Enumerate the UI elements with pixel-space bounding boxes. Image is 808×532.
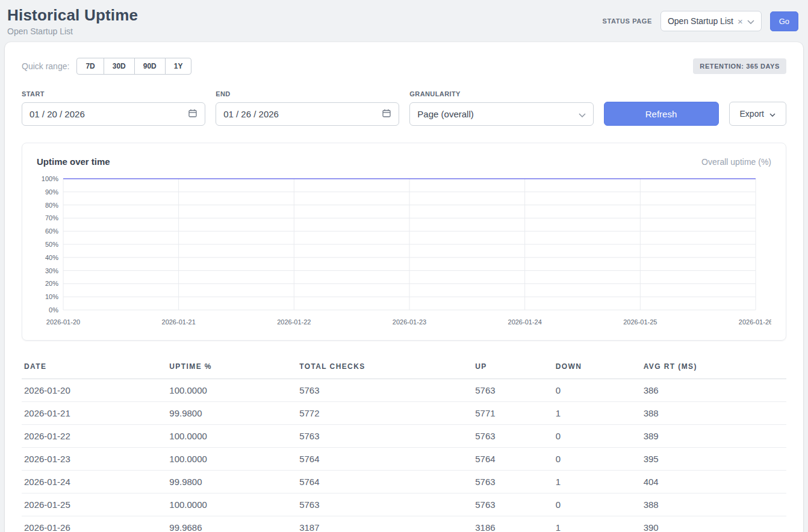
y-axis-tick-label: 10% [45,293,58,300]
x-axis-tick-label: 2026-01-22 [277,318,311,326]
chevron-down-icon [747,16,754,26]
table-row: 2026-01-2699.9686318731861390 [22,516,786,532]
granularity-select[interactable]: Page (overall) [409,102,593,126]
clear-icon[interactable]: × [738,17,743,26]
quick-range-90d-button[interactable]: 90D [134,58,166,75]
y-axis-tick-label: 90% [45,188,58,196]
table-cell: 388 [641,493,786,516]
column-header: UPTIME % [167,356,297,379]
start-date-value: 01 / 20 / 2026 [30,109,85,119]
y-axis-tick-label: 20% [45,280,58,287]
x-axis-tick-label: 2026-01-24 [508,318,542,326]
table-cell: 99.9686 [167,516,297,532]
quick-range-label: Quick range: [22,61,69,71]
table-cell: 1 [553,471,641,493]
calendar-icon[interactable] [188,108,197,120]
chevron-down-icon [579,109,586,119]
table-cell: 5771 [473,402,553,425]
table-cell: 5763 [473,425,553,448]
y-axis-tick-label: 60% [45,227,58,235]
quick-range-1y-button[interactable]: 1Y [165,58,192,75]
x-axis-tick-label: 2026-01-20 [46,318,80,326]
table-cell: 0 [553,493,641,516]
column-header: DOWN [553,356,641,379]
end-date-field: END 01 / 26 / 2026 [216,90,399,126]
table-cell: 5763 [473,493,553,516]
table-cell: 5763 [297,379,473,402]
granularity-label: GRANULARITY [409,90,593,97]
table-row: 2026-01-25100.0000576357630388 [22,493,786,516]
quick-range-group: 7D30D90D1Y [76,58,191,75]
table-cell: 5763 [297,425,473,448]
quick-range-row: Quick range: 7D30D90D1Y RETENTION: 365 D… [22,58,786,75]
go-button[interactable]: Go [770,11,798,31]
table-cell: 386 [641,379,786,402]
chart-header: Uptime over time Overall uptime (%) [37,156,771,167]
table-row: 2026-01-20100.0000576357630386 [22,379,786,402]
page-title: Historical Uptime [7,6,138,25]
table-row: 2026-01-23100.0000576457640395 [22,448,786,471]
x-axis-tick-label: 2026-01-23 [393,318,426,326]
table-cell: 1 [553,516,641,532]
x-axis-tick-label: 2026-01-25 [623,318,657,326]
table-cell: 2026-01-20 [22,379,167,402]
chevron-down-icon [769,109,775,119]
start-date-input[interactable]: 01 / 20 / 2026 [22,102,205,126]
table-row: 2026-01-2499.9800576457631404 [22,471,786,493]
calendar-icon[interactable] [382,108,391,120]
granularity-field: GRANULARITY Page (overall) [409,90,593,126]
table-cell: 5763 [473,379,553,402]
table-cell: 0 [553,379,641,402]
column-header: AVG RT (MS) [641,356,786,379]
table-row: 2026-01-22100.0000576357630389 [22,425,786,448]
export-button[interactable]: Export [729,102,786,126]
table-cell: 5764 [297,448,473,471]
table-cell: 3187 [297,516,473,532]
status-page-select[interactable]: Open Startup List × [660,11,762,31]
retention-badge: RETENTION: 365 DAYS [693,58,786,74]
end-date-value: 01 / 26 / 2026 [223,109,279,119]
table-cell: 395 [641,448,786,471]
refresh-button[interactable]: Refresh [604,102,719,126]
column-header: UP [473,356,553,379]
granularity-selected-value: Page (overall) [417,109,473,119]
table-cell: 390 [641,516,786,532]
uptime-chart-card: Uptime over time Overall uptime (%) 0%10… [22,143,786,341]
y-axis-tick-label: 40% [45,254,58,261]
start-date-field: START 01 / 20 / 2026 [22,90,205,126]
table-cell: 0 [553,448,641,471]
table-cell: 100.0000 [167,379,297,402]
y-axis-tick-label: 80% [45,202,58,209]
uptime-line-chart: 0%10%20%30%40%50%60%70%80%90%100%2026-01… [37,175,771,333]
column-header: TOTAL CHECKS [297,356,473,379]
y-axis-tick-label: 50% [45,241,58,248]
table-header-row: DATEUPTIME %TOTAL CHECKSUPDOWNAVG RT (MS… [22,356,786,379]
uptime-table: DATEUPTIME %TOTAL CHECKSUPDOWNAVG RT (MS… [22,356,786,532]
table-cell: 100.0000 [167,425,297,448]
table-cell: 5772 [297,402,473,425]
y-axis-tick-label: 100% [42,175,58,182]
table-cell: 100.0000 [167,448,297,471]
table-cell: 404 [641,471,786,493]
table-cell: 3186 [473,516,553,532]
end-date-label: END [216,90,399,97]
title-block: Historical Uptime Open Startup List [7,6,138,36]
table-cell: 2026-01-23 [22,448,167,471]
table-row: 2026-01-2199.9800577257711388 [22,402,786,425]
quick-range-7d-button[interactable]: 7D [76,58,104,75]
quick-range-30d-button[interactable]: 30D [104,58,135,75]
end-date-input[interactable]: 01 / 26 / 2026 [216,102,399,126]
export-button-label: Export [740,109,764,119]
start-date-label: START [22,90,205,97]
filter-row: START 01 / 20 / 2026 END 01 / 26 / 2026 … [22,90,786,126]
x-axis-tick-label: 2026-01-26 [739,318,771,326]
chart-legend: Overall uptime (%) [701,157,771,167]
table-cell: 99.9800 [167,402,297,425]
table-cell: 2026-01-25 [22,493,167,516]
page-subtitle: Open Startup List [7,26,138,36]
y-axis-tick-label: 30% [45,267,58,274]
table-cell: 5763 [473,471,553,493]
table-cell: 2026-01-26 [22,516,167,532]
table-cell: 2026-01-24 [22,471,167,493]
chart-title: Uptime over time [37,156,110,167]
